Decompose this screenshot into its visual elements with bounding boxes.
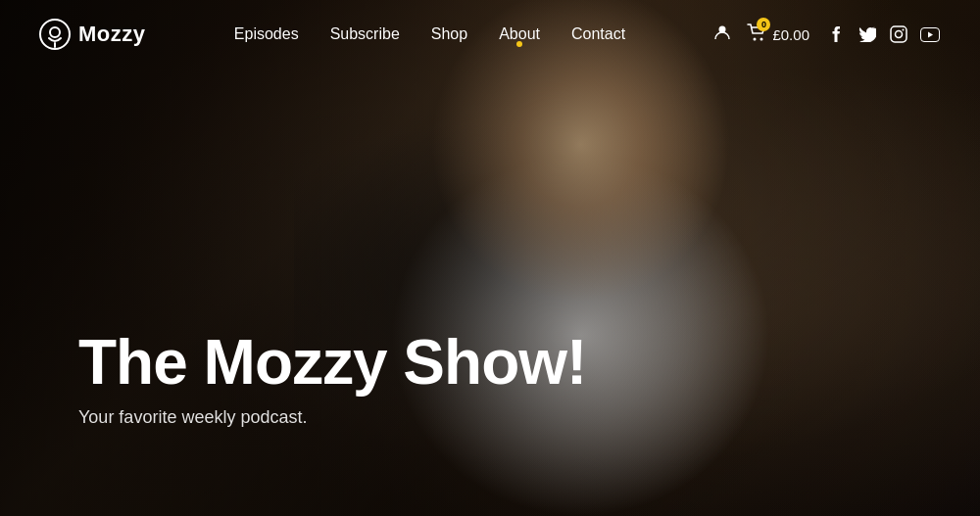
- instagram-icon[interactable]: [888, 23, 909, 45]
- svg-point-7: [895, 31, 902, 38]
- hero-overlay: [0, 0, 980, 516]
- nav-link-shop[interactable]: Shop: [431, 25, 467, 42]
- nav-item-shop[interactable]: Shop: [431, 25, 467, 43]
- nav-item-contact[interactable]: Contact: [571, 25, 625, 43]
- nav-item-subscribe[interactable]: Subscribe: [330, 25, 400, 43]
- cart-badge: 0: [757, 18, 770, 31]
- user-icon[interactable]: [713, 23, 731, 46]
- cart-price: £0.00: [772, 26, 809, 43]
- facebook-icon[interactable]: [825, 23, 847, 45]
- hero-title: The Mozzy Show!: [78, 330, 586, 396]
- nav-item-episodes[interactable]: Episodes: [234, 25, 299, 43]
- nav-right: 0 £0.00: [713, 23, 941, 46]
- logo-icon: [39, 19, 71, 50]
- twitter-icon[interactable]: [857, 23, 878, 45]
- cart-button[interactable]: 0 £0.00: [747, 23, 809, 46]
- svg-rect-6: [891, 26, 906, 42]
- logo[interactable]: Mozzy: [39, 19, 146, 50]
- navbar: Mozzy Episodes Subscribe Shop About Cont…: [0, 0, 980, 69]
- youtube-icon[interactable]: [919, 23, 941, 45]
- svg-point-4: [754, 37, 757, 40]
- logo-text: Mozzy: [78, 22, 146, 47]
- nav-item-about[interactable]: About: [499, 25, 540, 43]
- nav-link-about[interactable]: About: [499, 25, 540, 42]
- svg-point-8: [902, 29, 904, 31]
- nav-link-subscribe[interactable]: Subscribe: [330, 25, 400, 42]
- svg-point-5: [760, 37, 763, 40]
- hero-content: The Mozzy Show! Your favorite weekly pod…: [78, 330, 586, 428]
- nav-links: Episodes Subscribe Shop About Contact: [234, 25, 625, 43]
- nav-link-contact[interactable]: Contact: [571, 25, 625, 42]
- svg-point-1: [50, 27, 60, 37]
- nav-link-episodes[interactable]: Episodes: [234, 25, 299, 42]
- hero-section: Mozzy Episodes Subscribe Shop About Cont…: [0, 0, 980, 516]
- social-icons: [825, 23, 941, 45]
- cart-icon-wrapper: 0: [747, 23, 766, 46]
- hero-subtitle: Your favorite weekly podcast.: [78, 407, 586, 428]
